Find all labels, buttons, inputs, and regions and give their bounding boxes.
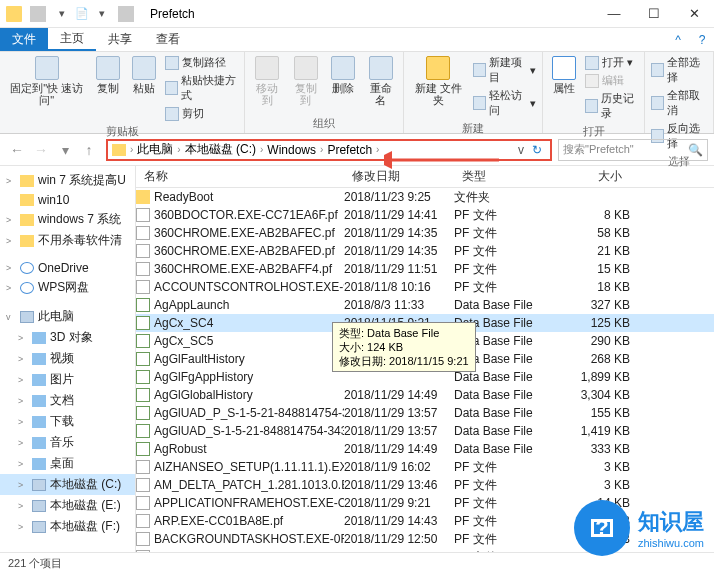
search-icon[interactable]: 🔍: [688, 143, 703, 157]
minimize-button[interactable]: —: [594, 0, 634, 28]
file-row[interactable]: 360CHROME.EXE-AB2BAFF4.pf2018/11/29 11:5…: [136, 260, 714, 278]
move-to-button[interactable]: 移动到: [249, 54, 286, 108]
copy-path-button[interactable]: 复制路径: [163, 54, 240, 71]
tree-node[interactable]: >文档: [0, 390, 135, 411]
nav-up-button[interactable]: ↑: [78, 139, 100, 161]
tree-node[interactable]: >本地磁盘 (E:): [0, 495, 135, 516]
tree-node[interactable]: >不用杀毒软件清: [0, 230, 135, 251]
maximize-button[interactable]: ☐: [634, 0, 674, 28]
delete-button[interactable]: 删除: [326, 54, 360, 96]
tree-node[interactable]: >音乐: [0, 432, 135, 453]
tree-node[interactable]: >WPS网盘: [0, 277, 135, 298]
app-icon: [6, 6, 22, 22]
ribbon-tabs: 文件 主页 共享 查看 ^ ?: [0, 28, 714, 52]
copy-button[interactable]: 复制: [91, 54, 125, 96]
qat-item[interactable]: 📄: [74, 6, 90, 22]
group-label: 新建: [408, 119, 539, 136]
tree-node[interactable]: win10: [0, 191, 135, 209]
nav-recent-button[interactable]: ▾: [54, 139, 76, 161]
col-date[interactable]: 修改日期: [344, 168, 454, 185]
file-row[interactable]: 360BDOCTOR.EXE-CC71EA6F.pf2018/11/29 14:…: [136, 206, 714, 224]
window-title: Prefetch: [144, 7, 594, 21]
file-row[interactable]: ACCOUNTSCONTROLHOST.EXE-96D...2018/11/8 …: [136, 278, 714, 296]
breadcrumb-dropdown-icon[interactable]: v: [514, 143, 528, 157]
tab-view[interactable]: 查看: [144, 28, 192, 51]
select-none-button[interactable]: 全部取消: [649, 87, 709, 119]
tree-node[interactable]: >本地磁盘 (C:): [0, 474, 135, 495]
breadcrumb-segment[interactable]: Prefetch: [323, 143, 376, 157]
close-button[interactable]: ✕: [674, 0, 714, 28]
file-row[interactable]: 360CHROME.EXE-AB2BAFED.pf2018/11/29 14:3…: [136, 242, 714, 260]
copy-to-button[interactable]: 复制到: [288, 54, 325, 108]
tab-home[interactable]: 主页: [48, 28, 96, 51]
select-all-button[interactable]: 全部选择: [649, 54, 709, 86]
tree-node[interactable]: >视频: [0, 348, 135, 369]
qat-item[interactable]: ▾: [94, 6, 110, 22]
file-row[interactable]: 360CHROME.EXE-AB2BAFEC.pf2018/11/29 14:3…: [136, 224, 714, 242]
file-row[interactable]: AgAppLaunch2018/8/3 11:33Data Base File3…: [136, 296, 714, 314]
tree-node[interactable]: >图片: [0, 369, 135, 390]
ribbon-collapse-icon[interactable]: ^: [666, 28, 690, 51]
address-bar-row: ← → ▾ ↑ › 此电脑› 本地磁盘 (C:)› Windows› Prefe…: [0, 134, 714, 166]
tree-node[interactable]: >下载: [0, 411, 135, 432]
new-item-button[interactable]: 新建项目 ▾: [471, 54, 539, 86]
breadcrumb-segment[interactable]: Windows: [263, 143, 320, 157]
breadcrumb-segment[interactable]: 本地磁盘 (C:): [181, 141, 260, 158]
file-row[interactable]: AM_DELTA_PATCH_1.281.1013.0.E-4D...2018/…: [136, 476, 714, 494]
edit-button: 编辑: [583, 72, 640, 89]
cut-button[interactable]: 剪切: [163, 105, 240, 122]
watermark-logo: 知识屋 zhishiwu.com: [574, 500, 704, 556]
title-bar: ▾ 📄 ▾ Prefetch — ☐ ✕: [0, 0, 714, 28]
item-count: 221 个项目: [8, 556, 62, 571]
nav-tree[interactable]: >win 7 系统提高Uwin10>windows 7 系统>不用杀毒软件清>O…: [0, 166, 136, 552]
col-type[interactable]: 类型: [454, 168, 550, 185]
file-row[interactable]: AgRobust2018/11/29 14:49Data Base File33…: [136, 440, 714, 458]
group-label: 剪贴板: [4, 122, 240, 139]
open-button[interactable]: 打开 ▾: [583, 54, 640, 71]
tab-file[interactable]: 文件: [0, 28, 48, 51]
tree-node[interactable]: v此电脑: [0, 306, 135, 327]
new-folder-button[interactable]: 新建 文件夹: [408, 54, 469, 108]
help-icon[interactable]: ?: [690, 28, 714, 51]
easy-access-button[interactable]: 轻松访问 ▾: [471, 87, 539, 119]
ribbon: 固定到"快 速访问" 复制 粘贴 复制路径 粘贴快捷方式 剪切 剪贴板 移动到 …: [0, 52, 714, 134]
breadcrumb[interactable]: › 此电脑› 本地磁盘 (C:)› Windows› Prefetch› v ↻: [106, 139, 552, 161]
file-row[interactable]: AgGlGlobalHistory2018/11/29 14:49Data Ba…: [136, 386, 714, 404]
group-label: 打开: [547, 122, 640, 139]
tree-node[interactable]: >3D 对象: [0, 327, 135, 348]
file-row[interactable]: AgGlUAD_S-1-5-21-848814754-34387...2018/…: [136, 422, 714, 440]
pin-quick-access-button[interactable]: 固定到"快 速访问": [4, 54, 89, 108]
qat-item[interactable]: ▾: [54, 6, 70, 22]
column-headers[interactable]: 名称 修改日期 类型 大小: [136, 166, 714, 188]
tree-node[interactable]: >windows 7 系统: [0, 209, 135, 230]
tree-node[interactable]: >OneDrive: [0, 259, 135, 277]
nav-back-button[interactable]: ←: [6, 139, 28, 161]
tab-share[interactable]: 共享: [96, 28, 144, 51]
tree-node[interactable]: >桌面: [0, 453, 135, 474]
search-input[interactable]: 搜索"Prefetch" 🔍: [558, 139, 708, 161]
paste-shortcut-button[interactable]: 粘贴快捷方式: [163, 72, 240, 104]
col-name[interactable]: 名称: [136, 168, 344, 185]
file-row[interactable]: AIZHANSEO_SETUP(1.11.11.1).EX-3AE...2018…: [136, 458, 714, 476]
file-row[interactable]: AgGlUAD_P_S-1-5-21-848814754-343...2018/…: [136, 404, 714, 422]
file-tooltip: 类型: Data Base File 大小: 124 KB 修改日期: 2018…: [332, 322, 476, 372]
refresh-icon[interactable]: ↻: [528, 143, 546, 157]
rename-button[interactable]: 重命名: [362, 54, 399, 108]
history-button[interactable]: 历史记录: [583, 90, 640, 122]
folder-icon: [112, 144, 126, 156]
tree-node[interactable]: >win 7 系统提高U: [0, 170, 135, 191]
file-list[interactable]: 名称 修改日期 类型 大小 ReadyBoot2018/11/23 9:25文件…: [136, 166, 714, 552]
properties-button[interactable]: 属性: [547, 54, 581, 96]
tree-node[interactable]: >本地磁盘 (F:): [0, 516, 135, 537]
breadcrumb-segment[interactable]: 此电脑: [133, 141, 177, 158]
group-label: 组织: [249, 114, 399, 131]
file-row[interactable]: ReadyBoot2018/11/23 9:25文件夹: [136, 188, 714, 206]
nav-forward-button: →: [30, 139, 52, 161]
col-size[interactable]: 大小: [550, 168, 630, 185]
paste-button[interactable]: 粘贴: [127, 54, 161, 96]
